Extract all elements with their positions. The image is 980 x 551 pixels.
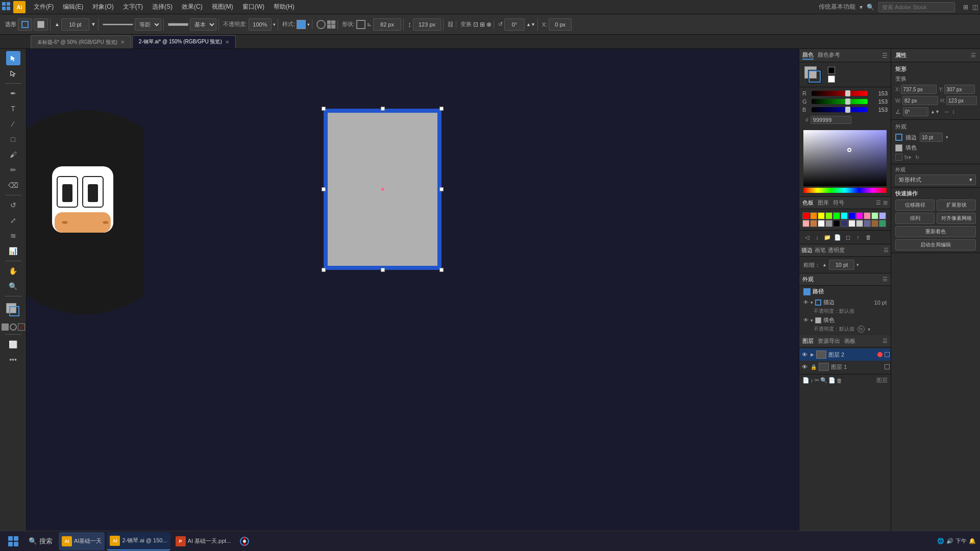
artboard-tool[interactable]: ⬜ xyxy=(6,337,20,352)
layer-export-btn[interactable]: ↑ xyxy=(811,378,814,384)
swatch-light-gray[interactable] xyxy=(848,220,855,227)
stroke-tab[interactable]: 描边 xyxy=(801,246,813,254)
menu-file[interactable]: 文件(F) xyxy=(30,2,58,12)
white-swatch[interactable] xyxy=(828,76,835,83)
layer-2-row[interactable]: 👁 ▶ 图层 2 xyxy=(799,348,891,361)
windows-start-btn[interactable] xyxy=(4,532,22,550)
type-tool[interactable]: T xyxy=(6,102,20,116)
g-slider[interactable] xyxy=(812,99,868,104)
stroke-weight-input[interactable] xyxy=(829,260,854,270)
search-icon[interactable]: 🔍 xyxy=(867,4,874,11)
handle-mid-right[interactable] xyxy=(439,187,444,191)
stock-search-input[interactable] xyxy=(878,2,955,12)
panel-toggle-icon[interactable]: ◫ xyxy=(972,4,978,11)
x-coord-input[interactable] xyxy=(901,85,937,94)
swatches-list-view[interactable]: ☰ xyxy=(876,199,881,206)
style-arrow[interactable]: ▾ xyxy=(307,22,310,27)
layer-2-expand[interactable]: ▶ xyxy=(811,352,814,357)
rotate-tool[interactable]: ↺ xyxy=(6,198,20,212)
x-input[interactable] xyxy=(549,18,572,31)
swatch-pink[interactable] xyxy=(864,212,871,219)
swatch-back-btn[interactable]: ◁ xyxy=(802,233,812,242)
hex-input[interactable] xyxy=(811,116,851,124)
stroke-down-arrow[interactable]: ▼ xyxy=(91,21,96,27)
stroke-expand-icon[interactable]: ▾ xyxy=(811,300,813,305)
stroke-weight-up[interactable]: ▲ xyxy=(822,262,827,267)
rotate-up-arrow[interactable]: ▲▼ xyxy=(526,22,535,27)
select-tool[interactable] xyxy=(6,51,20,65)
fill-color-swatch[interactable] xyxy=(815,317,821,323)
fill-expand-icon[interactable]: ▾ xyxy=(811,318,813,323)
fx-label[interactable]: fx▾ xyxy=(904,155,911,160)
shape-style-select[interactable]: 矩形样式 ▾ xyxy=(895,174,976,185)
w-input[interactable] xyxy=(902,96,938,105)
swatch-dark-blue[interactable] xyxy=(841,220,848,227)
layer-to-page-btn[interactable]: 📄 xyxy=(802,377,810,384)
layer-search-btn[interactable]: 🔍 xyxy=(820,377,827,384)
swatch-folder-btn[interactable]: 📁 xyxy=(823,233,832,242)
swatches-grid-view[interactable]: ⊞ xyxy=(883,199,888,206)
swatch-med-gray[interactable] xyxy=(856,220,863,227)
transform-icon[interactable]: ⊡ xyxy=(473,21,478,28)
rotate-input[interactable] xyxy=(504,18,525,31)
swatch-lavender[interactable] xyxy=(879,212,886,219)
fill-stroke-widget[interactable] xyxy=(4,301,22,319)
menu-window[interactable]: 窗口(W) xyxy=(238,2,268,12)
swatch-magenta[interactable] xyxy=(856,212,863,219)
h-input[interactable] xyxy=(946,96,977,105)
graph-tool[interactable]: 📊 xyxy=(6,244,20,258)
menu-effect[interactable]: 效果(C) xyxy=(178,2,207,12)
swatch-menu-btn[interactable]: ↓ xyxy=(813,233,822,242)
none-mode-icon[interactable] xyxy=(18,323,25,331)
outer-stroke-swatch[interactable] xyxy=(895,134,902,141)
menu-edit[interactable]: 编辑(E) xyxy=(59,2,87,12)
swatch-delete-btn[interactable]: 🗑 xyxy=(864,233,873,242)
swatch-white[interactable] xyxy=(818,220,825,227)
sub-panel-menu[interactable]: ☰ xyxy=(884,247,889,254)
layer-clip-btn[interactable]: ✂ xyxy=(815,377,819,384)
y-coord-input[interactable] xyxy=(944,85,975,94)
layer-2-vis[interactable]: 👁 xyxy=(800,352,808,358)
swatch-light-red[interactable] xyxy=(802,220,810,227)
color-picker-gradient[interactable] xyxy=(803,130,887,186)
fill-dropdown-icon[interactable]: ▾ xyxy=(868,327,870,332)
fx-icon[interactable] xyxy=(895,154,902,161)
taskbar-notifications-icon[interactable]: 🔔 xyxy=(969,538,976,544)
properties-menu[interactable]: ☰ xyxy=(971,52,976,59)
tab-0-close[interactable]: ✕ xyxy=(120,39,125,45)
angle-flip-icon[interactable]: ↕ xyxy=(952,108,955,115)
color-tab-active[interactable]: 颜色 xyxy=(802,51,814,60)
angle-arrows[interactable]: ▲▼ xyxy=(930,109,940,114)
handle-bottom-right[interactable] xyxy=(439,268,444,272)
handle-top-center[interactable] xyxy=(381,107,385,111)
layer-delete-btn[interactable]: 🗑 xyxy=(837,378,842,384)
stroke-color-icon[interactable] xyxy=(815,299,821,306)
swatches-tab[interactable]: 色板 xyxy=(802,199,814,207)
tab-1[interactable]: 2-钢琴.ai* @ 150% (RGB/GPU 预览) ✕ xyxy=(132,35,236,48)
swatch-yellow-green[interactable] xyxy=(825,212,832,219)
color-ref-tab[interactable]: 颜色参考 xyxy=(818,51,840,60)
eraser-tool[interactable]: ⌫ xyxy=(6,178,20,192)
menu-view[interactable]: 视图(M) xyxy=(208,2,237,12)
fill-vis-icon[interactable]: 👁 xyxy=(803,317,808,323)
menu-text[interactable]: 文字(T) xyxy=(119,2,147,12)
swatch-green[interactable] xyxy=(833,212,840,219)
taskbar-search-btn[interactable]: 🔍 搜索 xyxy=(24,533,57,549)
swatch-add-btn[interactable]: 📄 xyxy=(833,233,842,242)
link-icon2[interactable]: ↻ xyxy=(915,155,919,160)
symbols-tab[interactable]: 符号 xyxy=(833,199,844,207)
handle-mid-left[interactable] xyxy=(322,187,326,191)
handle-bottom-left[interactable] xyxy=(322,268,326,272)
menu-object[interactable]: 对象(O) xyxy=(88,2,117,12)
swatch-brown[interactable] xyxy=(810,220,817,227)
stroke-type-select[interactable]: 等距 xyxy=(135,18,161,31)
outer-fill-swatch[interactable] xyxy=(895,144,902,152)
angle-input[interactable] xyxy=(903,107,928,116)
outer-stroke-input[interactable] xyxy=(920,133,943,142)
align-icon[interactable]: ⊞ xyxy=(480,21,485,28)
layers-tab[interactable]: 图层 xyxy=(802,337,814,345)
layer-add-btn[interactable]: 📄 xyxy=(828,377,836,384)
color-panel-menu[interactable]: ☰ xyxy=(882,52,888,59)
swatch-orange[interactable] xyxy=(810,212,817,219)
warp-tool[interactable]: ≋ xyxy=(6,229,20,243)
